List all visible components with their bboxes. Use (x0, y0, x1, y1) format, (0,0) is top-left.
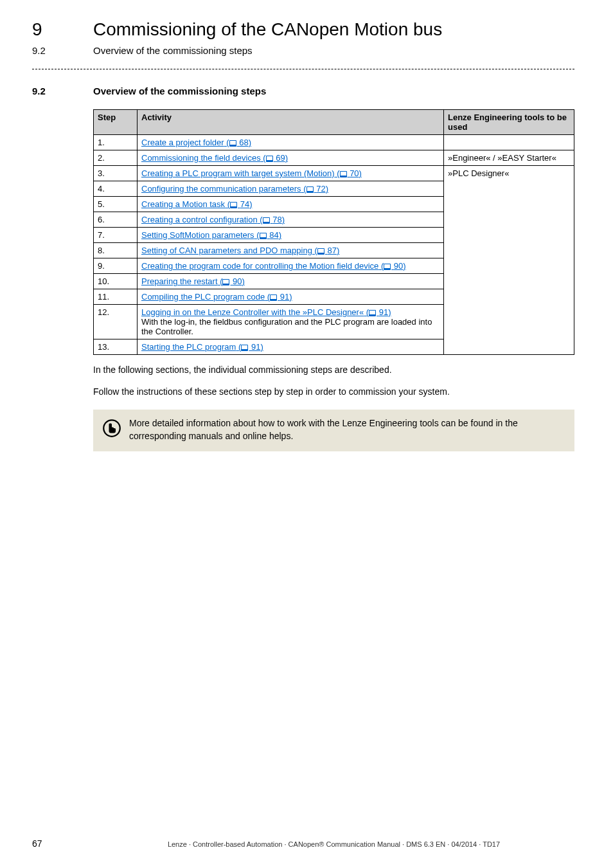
activity-link[interactable]: Creating a control configuration ( 78) (141, 215, 285, 224)
table-header-step: Step (94, 110, 138, 135)
activity-link[interactable]: Creating the program code for controllin… (141, 261, 406, 271)
cell-activity: Starting the PLC program ( 91) (138, 339, 444, 355)
page-ref-icon (241, 345, 248, 351)
section-number-header: 9.2 (32, 45, 93, 56)
activity-link[interactable]: Configuring the communication parameters… (141, 184, 328, 194)
cell-step: 5. (94, 197, 138, 212)
section-title: Overview of the commissioning steps (93, 86, 266, 96)
chapter-title: Commissioning of the CANopen Motion bus (93, 19, 442, 40)
cell-activity: Creating a control configuration ( 78) (138, 212, 444, 228)
table-header-activity: Activity (138, 110, 444, 135)
cell-step: 3. (94, 166, 138, 181)
cell-step: 7. (94, 228, 138, 243)
cell-step: 9. (94, 258, 138, 274)
page-ref-icon (369, 310, 376, 316)
table-header-tools: Lenze Engineering tools to be used (444, 110, 574, 135)
note-box: More detailed information about how to w… (93, 410, 574, 451)
cell-tools: »PLC Designer« (444, 166, 574, 355)
cell-step: 6. (94, 212, 138, 228)
cell-step: 1. (94, 135, 138, 150)
cell-activity: Compiling the PLC program code ( 91) (138, 289, 444, 305)
cell-activity: Preparing the restart ( 90) (138, 274, 444, 289)
activity-link[interactable]: Compiling the PLC program code ( 91) (141, 292, 292, 302)
cell-activity: Create a project folder ( 68) (138, 135, 444, 150)
paragraph: Follow the instructions of these section… (93, 386, 574, 399)
pointer-icon (102, 419, 121, 440)
section-number: 9.2 (32, 86, 93, 96)
page-ref-icon (263, 217, 270, 224)
page-number: 67 (32, 838, 93, 849)
table-row: 1. Create a project folder ( 68) (94, 135, 574, 150)
cell-step: 4. (94, 181, 138, 197)
activity-link[interactable]: Creating a PLC program with target syste… (141, 168, 362, 178)
page-footer: 67 Lenze · Controller-based Automation ·… (32, 838, 574, 849)
cell-activity: Commissioning the field devices ( 69) (138, 150, 444, 166)
activity-link[interactable]: Starting the PLC program ( 91) (141, 342, 263, 352)
page-ref-icon (270, 294, 277, 301)
table-row: 3. Creating a PLC program with target sy… (94, 166, 574, 181)
table-row: 2. Commissioning the field devices ( 69)… (94, 150, 574, 166)
activity-link[interactable]: Preparing the restart ( 90) (141, 276, 245, 286)
cell-activity: Creating a PLC program with target syste… (138, 166, 444, 181)
cell-step: 2. (94, 150, 138, 166)
divider (32, 69, 574, 69)
page-ref-icon (317, 248, 324, 255)
cell-tools (444, 135, 574, 150)
cell-step: 12. (94, 305, 138, 339)
activity-link[interactable]: Logging in on the Lenze Controller with … (141, 307, 391, 317)
page-ref-icon (306, 186, 314, 193)
paragraph: In the following sections, the individua… (93, 364, 574, 377)
cell-tools: »Engineer« / »EASY Starter« (444, 150, 574, 166)
page-ref-icon (384, 264, 391, 270)
activity-link[interactable]: Setting SoftMotion parameters ( 84) (141, 230, 281, 240)
cell-activity: Logging in on the Lenze Controller with … (138, 305, 444, 339)
steps-table: Step Activity Lenze Engineering tools to… (93, 109, 574, 355)
page-ref-icon (222, 279, 229, 285)
cell-step: 11. (94, 289, 138, 305)
note-text: More detailed information about how to w… (129, 417, 565, 442)
activity-link[interactable]: Creating a Motion task ( 74) (141, 199, 252, 209)
cell-activity: Creating the program code for controllin… (138, 258, 444, 274)
footer-text: Lenze · Controller-based Automation · CA… (93, 840, 574, 848)
cell-activity: Setting of CAN parameters and PDO mappin… (138, 243, 444, 258)
page-ref-icon (230, 202, 237, 208)
page-ref-icon (229, 140, 236, 147)
chapter-number: 9 (32, 19, 93, 40)
cell-step: 13. (94, 339, 138, 355)
section-title-header: Overview of the commissioning steps (93, 45, 253, 56)
page-ref-icon (260, 233, 267, 239)
cell-activity: Configuring the communication parameters… (138, 181, 444, 197)
activity-link[interactable]: Commissioning the field devices ( 69) (141, 153, 288, 163)
cell-activity: Creating a Motion task ( 74) (138, 197, 444, 212)
cell-activity: Setting SoftMotion parameters ( 84) (138, 228, 444, 243)
page-ref-icon (340, 171, 347, 177)
activity-link[interactable]: Setting of CAN parameters and PDO mappin… (141, 246, 339, 255)
cell-step: 10. (94, 274, 138, 289)
activity-link[interactable]: Create a project folder ( 68) (141, 138, 251, 147)
page-ref-icon (266, 156, 273, 162)
cell-step: 8. (94, 243, 138, 258)
